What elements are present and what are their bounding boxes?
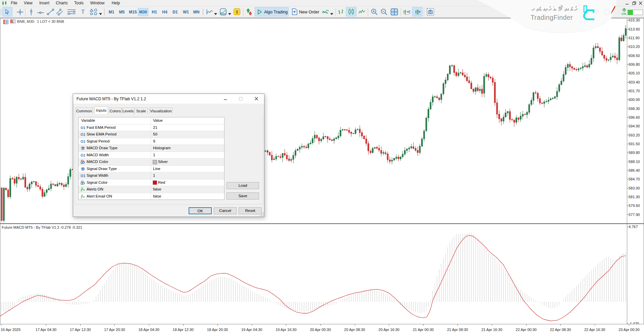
svg-text:$: $ <box>236 9 238 14</box>
svg-text:LVL: LVL <box>622 12 627 15</box>
svg-text:O1: O1 <box>81 140 85 144</box>
svg-text:O1: O1 <box>81 126 85 130</box>
svg-text:O1: O1 <box>81 174 85 178</box>
svg-text:O1: O1 <box>81 153 85 157</box>
svg-text:O1: O1 <box>81 132 85 136</box>
